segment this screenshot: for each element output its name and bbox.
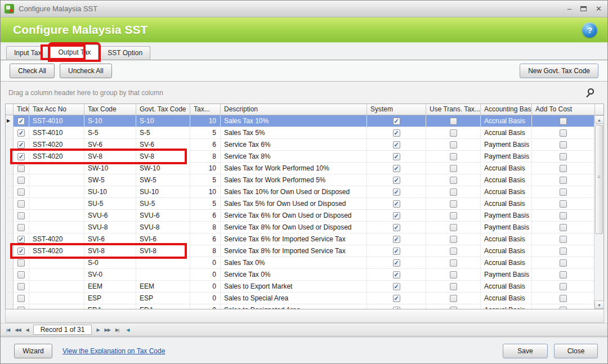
grid-cell-system[interactable]: ✓ [367,245,426,257]
checkbox[interactable] [17,188,25,196]
table-row[interactable]: SVU-8SVU-88Service Tax 8% for Own Used o… [6,222,595,233]
grid-cell-system[interactable]: ✓ [367,174,426,186]
grid-cell-system[interactable]: ✓ [367,233,426,245]
checkbox[interactable] [560,307,567,309]
grid-cell-add-to-cost[interactable] [532,115,595,127]
grid-cell-use-trans-tax[interactable] [426,151,481,163]
checkbox[interactable] [450,224,457,231]
search-icon[interactable] [588,88,594,95]
table-row[interactable]: ✓SST-4020SV-6SV-66Service Tax 6%✓Payment… [6,139,595,151]
checkbox[interactable]: ✓ [393,271,400,278]
tax-code-explanation-link[interactable]: View the Explanation on Tax Code [62,347,165,355]
checkbox[interactable] [17,259,25,267]
grid-cell-system[interactable]: ✓ [367,257,426,269]
table-row[interactable]: SW-5SW-55Sales Tax for Work Performed 5%… [6,174,595,186]
table-row[interactable]: EEMEEM0Sales to Export Market✓Accrual Ba… [6,281,595,293]
grid-cell-system[interactable]: ✓ [367,210,426,222]
table-row[interactable]: S-00Sales Tax 0%✓Accrual Basis [6,257,595,269]
grid-cell-use-trans-tax[interactable] [426,127,481,139]
checkbox[interactable]: ✓ [393,118,400,125]
checkbox[interactable] [450,283,457,290]
checkbox[interactable] [560,295,567,302]
grid-cell-use-trans-tax[interactable] [426,174,481,186]
column-header[interactable]: Accounting Basis [481,104,532,115]
checkbox[interactable] [560,236,567,243]
help-icon[interactable]: ? [582,23,597,38]
checkbox[interactable]: ✓ [393,200,400,208]
grid-cell-use-trans-tax[interactable] [426,233,481,245]
checkbox[interactable]: ✓ [17,236,25,243]
next-page-icon[interactable]: ▶▶ [105,327,110,332]
column-header[interactable]: Tick [14,104,29,115]
wizard-button[interactable]: Wizard [14,344,52,358]
save-button[interactable]: Save [503,344,548,358]
grid-cell-system[interactable]: ✓ [367,115,426,127]
scroll-up-icon[interactable]: ▲ [594,115,604,124]
checkbox[interactable] [560,259,567,267]
checkbox[interactable] [450,188,457,196]
column-header[interactable]: Use Trans. Tax... [426,104,481,115]
grid-cell-add-to-cost[interactable] [532,281,595,293]
grid-cell-add-to-cost[interactable] [532,198,595,210]
grid-cell-add-to-cost[interactable] [532,127,595,139]
grid-cell-add-to-cost[interactable] [532,257,595,269]
grid-cell-tick[interactable] [14,293,29,304]
grid-cell-tick[interactable]: ✓ [14,245,29,257]
grid-cell-system[interactable]: ✓ [367,151,426,163]
checkbox[interactable]: ✓ [393,188,400,196]
checkbox[interactable] [560,283,567,290]
checkbox[interactable]: ✓ [393,224,400,231]
checkbox[interactable] [450,153,457,160]
checkbox[interactable] [450,271,457,278]
checkbox[interactable] [450,236,457,243]
checkbox[interactable]: ✓ [393,212,400,219]
checkbox[interactable] [450,118,457,125]
table-row[interactable]: SV-00Service Tax 0%✓Payment Basis [6,269,595,281]
grid-cell-use-trans-tax[interactable] [426,281,481,293]
table-row[interactable]: ▶✓SST-4010S-10S-1010Sales Tax 10%✓Accrua… [6,115,595,127]
table-row[interactable]: ESPESP0Sales to Special Area✓Accrual Bas… [6,293,595,304]
checkbox[interactable] [17,212,25,219]
grid-cell-add-to-cost[interactable] [532,139,595,151]
checkbox[interactable] [450,307,457,309]
grid-cell-tick[interactable] [14,163,29,174]
prev-page-icon[interactable]: ◀◀ [15,327,20,332]
grid-cell-tick[interactable] [14,210,29,222]
grid-cell-use-trans-tax[interactable] [426,245,481,257]
grid-cell-tick[interactable] [14,174,29,186]
tab-input-tax[interactable]: Input Tax [6,46,49,60]
column-header[interactable]: Tax Acc No [29,104,84,115]
grid-cell-add-to-cost[interactable] [532,293,595,304]
grid-cell-use-trans-tax[interactable] [426,222,481,233]
table-row[interactable]: ✓SST-4020SVI-8SVI-88Service Tax 8% for I… [6,245,595,257]
grid-cell-tick[interactable]: ✓ [14,151,29,163]
checkbox[interactable]: ✓ [393,307,400,309]
column-header[interactable]: Tax Code [84,104,136,115]
grid-cell-tick[interactable] [14,198,29,210]
grid-cell-tick[interactable] [14,257,29,269]
grid-cell-tick[interactable]: ✓ [14,115,29,127]
grid-cell-tick[interactable] [14,304,29,309]
grid-cell-use-trans-tax[interactable] [426,186,481,198]
checkbox[interactable] [17,271,25,278]
table-row[interactable]: SW-10SW-1010Sales Tax for Work Performed… [6,163,595,174]
checkbox[interactable]: ✓ [393,141,400,149]
checkbox[interactable] [17,224,25,231]
grid-cell-use-trans-tax[interactable] [426,210,481,222]
checkbox[interactable] [560,248,567,255]
checkbox[interactable]: ✓ [17,118,25,125]
grid-cell-tick[interactable] [14,269,29,281]
checkbox[interactable]: ✓ [17,129,25,137]
column-header[interactable]: Add To Cost [532,104,595,115]
checkbox[interactable] [560,118,567,125]
grid-cell-add-to-cost[interactable] [532,222,595,233]
close-icon[interactable]: ✕ [596,5,602,12]
maximize-icon[interactable] [580,5,587,12]
table-row[interactable]: ✓SST-4020SV-8SV-88Service Tax 8%✓Payment… [6,151,595,163]
grid-cell-add-to-cost[interactable] [532,210,595,222]
grid-cell-add-to-cost[interactable] [532,163,595,174]
grid-cell-add-to-cost[interactable] [532,233,595,245]
grid-cell-use-trans-tax[interactable] [426,257,481,269]
grid-cell-system[interactable]: ✓ [367,304,426,309]
grid-cell-use-trans-tax[interactable] [426,269,481,281]
